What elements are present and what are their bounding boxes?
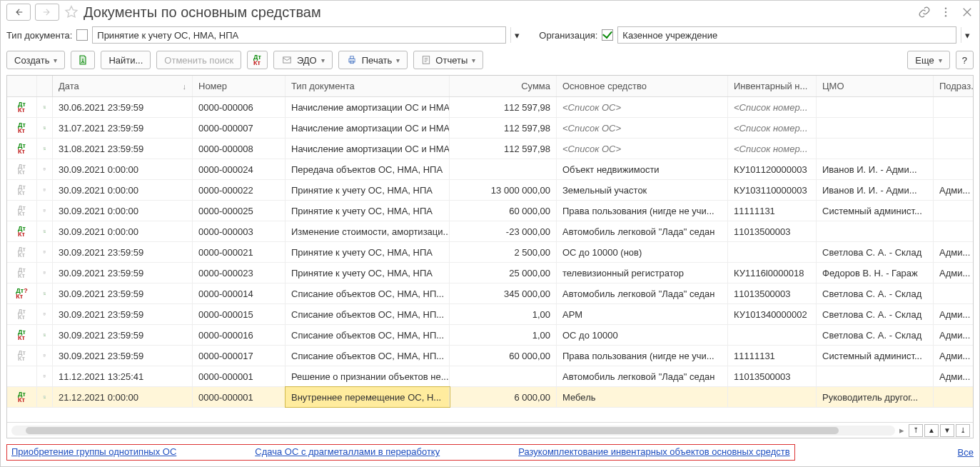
cell-date: 30.09.2021 23:59:59 xyxy=(53,304,193,324)
help-button[interactable]: ? xyxy=(956,51,974,69)
reports-icon xyxy=(421,55,431,65)
nav-forward-button[interactable] xyxy=(35,4,59,21)
row-dtkt-icon: ДтКт xyxy=(7,97,37,117)
table-row[interactable]: ДтКт30.09.2021 23:59:590000-000021Принят… xyxy=(7,242,973,263)
row-doc-icon xyxy=(37,159,53,179)
table-row[interactable]: 11.12.2021 13:25:410000-000001Решение о … xyxy=(7,366,973,387)
org-combo[interactable]: Казенное учреждение xyxy=(617,26,956,44)
cell-asset: Права пользования (нигде не учи... xyxy=(557,346,728,366)
scroll-up-button[interactable]: ▲ xyxy=(924,424,939,437)
cell-asset: <Список ОС> xyxy=(557,139,728,159)
col-doc-type[interactable]: Тип документа xyxy=(286,76,450,96)
cell-number: 0000-000015 xyxy=(193,304,286,324)
nav-back-button[interactable] xyxy=(6,4,31,21)
cell-sum: 25 000,00 xyxy=(450,263,557,283)
reports-button[interactable]: Отчеты▾ xyxy=(413,51,483,69)
cell-department: Адми... xyxy=(934,346,974,366)
kebab-menu-icon[interactable] xyxy=(939,6,952,19)
cell-date: 30.09.2021 23:59:59 xyxy=(53,242,193,262)
row-dtkt-icon: ДтКт xyxy=(7,242,37,262)
col-number[interactable]: Номер xyxy=(193,76,286,96)
row-dtkt-icon: ДтКт xyxy=(7,263,37,283)
doc-type-combo[interactable]: Принятие к учету ОС, НМА, НПА xyxy=(92,26,506,44)
col-date[interactable]: Дата↓ xyxy=(53,76,193,96)
table-row[interactable]: ДтКт30.09.2021 23:59:590000-000023Принят… xyxy=(7,263,973,283)
svg-rect-4 xyxy=(349,59,355,62)
cell-cmo: Системный админист... xyxy=(817,201,934,221)
col-asset[interactable]: Основное средство xyxy=(557,76,728,96)
table-row[interactable]: ДтКт30.09.2021 0:00:000000-000025Приняти… xyxy=(7,201,973,221)
table-row[interactable]: Дт?Кт30.09.2021 23:59:590000-000014Списа… xyxy=(7,283,973,304)
col-marker2[interactable] xyxy=(37,76,53,96)
find-button[interactable]: Найти... xyxy=(101,51,151,69)
row-dtkt-icon xyxy=(7,366,37,386)
cell-department xyxy=(934,387,974,407)
row-dtkt-icon: ДтКт xyxy=(7,159,37,179)
col-sum[interactable]: Сумма xyxy=(450,76,557,96)
scroll-top-button[interactable]: ⤒ xyxy=(909,424,923,437)
cell-date: 30.09.2021 23:59:59 xyxy=(53,263,193,283)
row-doc-icon xyxy=(37,97,53,117)
print-button[interactable]: Печать▾ xyxy=(338,51,408,69)
col-department[interactable]: Подраз... xyxy=(934,76,974,96)
row-doc-icon xyxy=(37,387,53,407)
cell-number: 0000-000017 xyxy=(193,346,286,366)
cell-sum: 112 597,98 xyxy=(450,118,557,138)
horizontal-scrollbar[interactable] xyxy=(11,426,895,436)
cell-cmo: Руководитель другог... xyxy=(817,387,934,407)
col-inventory[interactable]: Инвентарный н... xyxy=(728,76,817,96)
link-group-purchase[interactable]: Приобретение группы однотипных ОС xyxy=(11,446,176,457)
cell-sum: 13 000 000,00 xyxy=(450,180,557,200)
row-doc-icon xyxy=(37,180,53,200)
edo-button[interactable]: ЭДО▾ xyxy=(273,51,333,69)
cancel-search-button[interactable]: Отменить поиск xyxy=(156,51,241,69)
table-row[interactable]: ДтКт30.09.2021 0:00:000000-000024Передач… xyxy=(7,159,973,180)
table-row[interactable]: ДтКт30.09.2021 23:59:590000-000016Списан… xyxy=(7,325,973,346)
link-icon[interactable] xyxy=(918,6,931,19)
table-row[interactable]: ДтКт30.09.2021 0:00:000000-000022Приняти… xyxy=(7,180,973,201)
cell-doc-type: Списание объектов ОС, НМА, НП... xyxy=(286,346,450,366)
table-row[interactable]: ДтКт30.06.2021 23:59:590000-000006Начисл… xyxy=(7,97,973,118)
documents-grid[interactable]: Дата↓ Номер Тип документа Сумма Основное… xyxy=(6,75,974,438)
scroll-down-button[interactable]: ▼ xyxy=(940,424,954,437)
cell-doc-type: Передача объектов ОС, НМА, НПА xyxy=(286,159,450,179)
close-icon[interactable] xyxy=(961,6,974,19)
doc-type-dropdown-arrow[interactable]: ▾ xyxy=(510,27,523,43)
cell-department xyxy=(934,201,974,221)
refresh-button[interactable] xyxy=(71,51,95,69)
cell-doc-type: Начисление амортизации ОС и НМА xyxy=(286,97,450,117)
doc-type-filter-checkbox[interactable] xyxy=(76,29,88,41)
table-row[interactable]: ДтКт21.12.2021 0:00:000000-000001Внутрен… xyxy=(7,387,973,408)
table-row[interactable]: ДтКт31.07.2021 23:59:590000-000007Начисл… xyxy=(7,118,973,139)
org-filter-checkbox[interactable] xyxy=(602,29,613,41)
col-marker1[interactable] xyxy=(7,76,37,96)
scroll-bottom-button[interactable]: ⤓ xyxy=(956,424,970,437)
row-dtkt-icon: ДтКт xyxy=(7,118,37,138)
cell-department xyxy=(934,97,974,117)
svg-rect-20 xyxy=(44,354,46,356)
cell-department: Адми... xyxy=(934,366,974,386)
create-button[interactable]: Создать▾ xyxy=(6,51,65,69)
link-precious-metals[interactable]: Сдача ОС с драгметаллами в переработку xyxy=(255,446,440,457)
table-row[interactable]: ДтКт30.09.2021 23:59:590000-000017Списан… xyxy=(7,346,973,366)
row-doc-icon xyxy=(37,304,53,324)
dtkt-button[interactable]: ДтКт xyxy=(247,51,268,69)
cell-sum: 6 000,00 xyxy=(450,387,557,407)
cell-cmo: Иванов И. И. - Адми... xyxy=(817,180,934,200)
table-row[interactable]: ДтКт30.09.2021 23:59:590000-000015Списан… xyxy=(7,304,973,325)
link-all[interactable]: Все xyxy=(958,447,974,458)
more-button[interactable]: Еще▾ xyxy=(907,51,949,69)
col-cmo[interactable]: ЦМО xyxy=(817,76,934,96)
cell-inventory: 11111131 xyxy=(728,346,817,366)
favorite-star-icon[interactable] xyxy=(64,4,79,20)
cell-inventory xyxy=(728,325,817,345)
link-disassembly[interactable]: Разукомплектование инвентарных объектов … xyxy=(518,446,789,457)
cell-department: Адми... xyxy=(934,263,974,283)
cell-doc-type: Принятие к учету ОС, НМА, НПА xyxy=(286,201,450,221)
table-row[interactable]: ДтКт30.09.2021 0:00:000000-000003Изменен… xyxy=(7,221,973,242)
table-row[interactable]: ДтКт31.08.2021 23:59:590000-000008Начисл… xyxy=(7,139,973,159)
cell-number: 0000-000025 xyxy=(193,201,286,221)
cell-inventory: <Список номер... xyxy=(728,118,817,138)
org-dropdown-arrow[interactable]: ▾ xyxy=(961,27,974,43)
cell-cmo xyxy=(817,118,934,138)
